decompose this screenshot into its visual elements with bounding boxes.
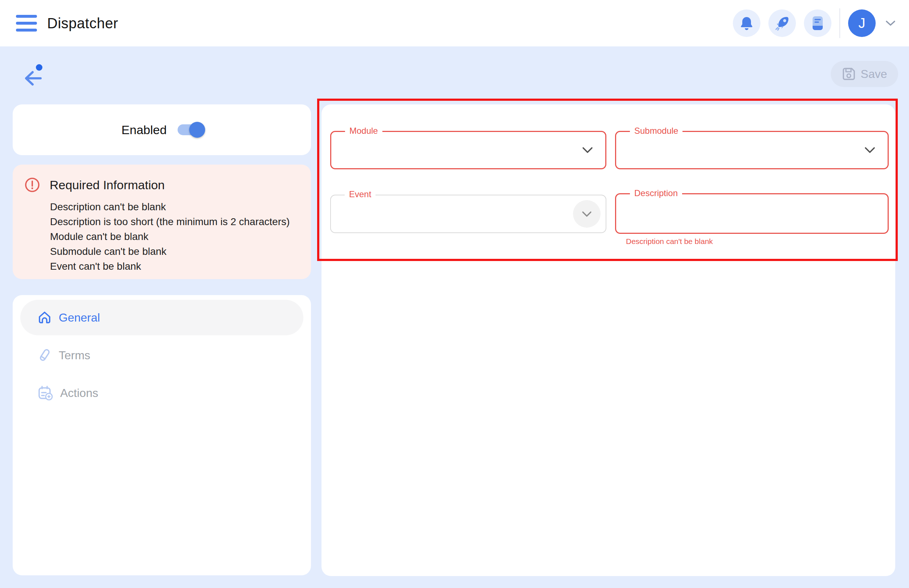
app-header: Dispatcher [0, 0, 909, 47]
save-button-label: Save [861, 68, 887, 81]
header-actions: J [733, 0, 896, 47]
rocket-icon [774, 15, 790, 31]
avatar[interactable]: J [848, 10, 876, 37]
calendar-plus-icon [37, 384, 54, 401]
notifications-button[interactable] [733, 10, 760, 37]
error-item: Event can't be blank [50, 259, 300, 274]
error-item: Submodule can't be blank [50, 244, 300, 259]
enabled-toggle[interactable] [178, 124, 202, 135]
nav-item-general[interactable]: General [20, 300, 304, 335]
enabled-label: Enabled [121, 123, 167, 137]
event-select-label: Event [345, 189, 376, 199]
pencil-icon [37, 348, 52, 363]
error-item: Description is too short (the minimum is… [50, 214, 300, 229]
bell-icon [739, 16, 754, 31]
nav-item-label: General [59, 311, 100, 325]
nav-item-label: Terms [59, 349, 90, 362]
chevron-down-icon[interactable] [864, 147, 875, 153]
chevron-down-icon [582, 211, 592, 217]
header-divider [840, 8, 840, 38]
error-item: Module can't be blank [50, 229, 300, 244]
event-dropdown-button[interactable] [573, 200, 601, 228]
enabled-card: Enabled [13, 104, 311, 155]
back-button[interactable] [18, 61, 44, 86]
chevron-down-icon[interactable] [582, 147, 593, 153]
description-input-label: Description [630, 188, 682, 198]
dispatcher-page: Dispatcher [0, 0, 909, 588]
submodule-select-label: Submodule [630, 126, 683, 136]
hamburger-menu-icon[interactable] [16, 15, 37, 32]
content-area: Save Enabled Required Information [0, 47, 909, 588]
notification-dot [36, 64, 42, 71]
general-form-card: Module Submodule Event [321, 104, 895, 576]
module-select[interactable]: Module [330, 131, 606, 169]
house-icon [37, 310, 52, 325]
nav-item-actions[interactable]: Actions [20, 375, 304, 411]
account-menu-chevron-down-icon[interactable] [885, 19, 896, 27]
alert-circle-icon [24, 177, 40, 193]
module-select-label: Module [345, 126, 383, 136]
error-list: Description can't be blank Description i… [50, 199, 300, 274]
required-information-panel: Required Information Description can't b… [13, 165, 311, 279]
submodule-select[interactable]: Submodule [615, 131, 889, 169]
section-nav-card: General Terms [13, 295, 311, 575]
error-item: Description can't be blank [50, 199, 300, 214]
error-panel-title: Required Information [50, 178, 165, 192]
description-error-text: Description can't be blank [626, 237, 713, 246]
floppy-disk-icon [842, 67, 856, 81]
description-input[interactable]: Description Description can't be blank [615, 193, 889, 234]
page-title: Dispatcher [47, 15, 118, 32]
book-icon [811, 15, 825, 31]
docs-button[interactable] [804, 10, 832, 37]
event-select[interactable]: Event [330, 195, 606, 233]
toggle-knob [189, 122, 205, 138]
nav-item-terms[interactable]: Terms [20, 338, 304, 373]
whats-new-button[interactable] [769, 10, 796, 37]
nav-item-label: Actions [60, 386, 98, 400]
save-button[interactable]: Save [831, 61, 898, 87]
